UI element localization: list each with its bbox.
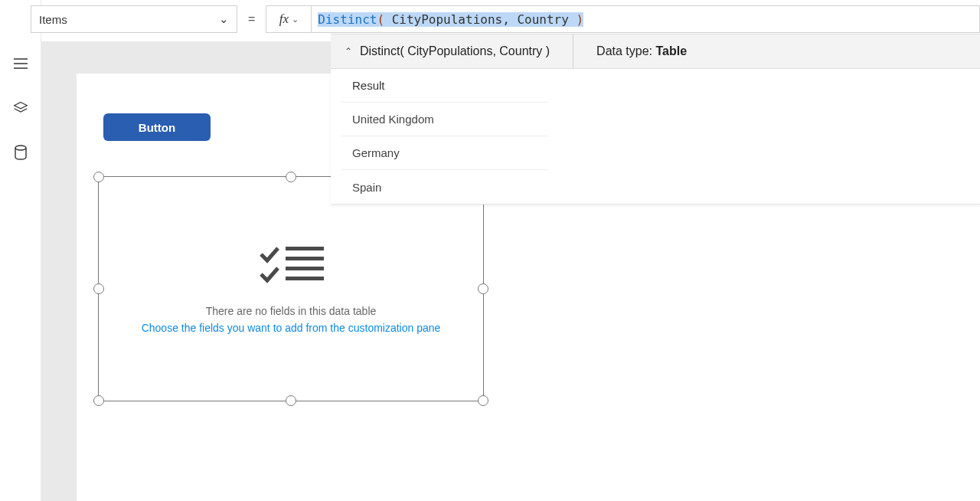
formula-token-comma: ,: [502, 12, 517, 27]
svg-marker-0: [14, 103, 27, 109]
data-icon[interactable]: [12, 144, 29, 161]
formula-token-arg: CityPopulations: [392, 12, 503, 27]
formula-result-bar: ⌃ Distinct( CityPopulations, Country ) D…: [331, 34, 980, 69]
result-row[interactable]: Germany: [341, 136, 548, 170]
left-rail: [0, 0, 41, 501]
result-header: Result: [341, 69, 548, 103]
fx-icon: fx: [279, 11, 289, 27]
svg-rect-5: [286, 277, 324, 280]
collapse-icon[interactable]: ⌃: [345, 46, 352, 57]
chevron-down-icon: ⌄: [219, 12, 229, 26]
result-row[interactable]: United Kingdom: [341, 103, 548, 136]
formula-token-arg: Country: [517, 12, 576, 27]
equals-sign: =: [248, 12, 255, 26]
formula-result-list: Result United Kingdom Germany Spain: [331, 69, 980, 205]
fx-button[interactable]: fx ⌄: [266, 5, 312, 33]
data-type-label: Data type: Table: [596, 44, 687, 58]
data-table-placeholder: There are no fields in this data table C…: [99, 177, 483, 401]
hamburger-icon[interactable]: [12, 55, 29, 72]
svg-point-1: [15, 146, 26, 150]
formula-token-paren: ): [577, 12, 584, 27]
formula-token-paren: (: [377, 12, 391, 27]
formula-bar: Items ⌄ = fx ⌄ Distinct( CityPopulations…: [31, 5, 980, 34]
data-table-control[interactable]: There are no fields in this data table C…: [98, 176, 484, 401]
data-table-hint-link[interactable]: Choose the fields you want to add from t…: [142, 322, 441, 334]
data-type-value: Table: [655, 44, 687, 57]
formula-input[interactable]: Distinct( CityPopulations, Country ): [312, 5, 980, 33]
formula-token-func: Distinct: [318, 12, 377, 27]
result-row[interactable]: Spain: [341, 170, 548, 204]
formula-signature: Distinct( CityPopulations, Country ): [360, 34, 573, 68]
svg-rect-4: [286, 267, 324, 270]
svg-rect-2: [286, 247, 324, 250]
property-dropdown[interactable]: Items ⌄: [31, 5, 237, 33]
button-control[interactable]: Button: [103, 113, 211, 141]
tree-view-icon[interactable]: [12, 100, 29, 116]
chevron-down-icon: ⌄: [292, 15, 299, 25]
property-dropdown-value: Items: [39, 13, 67, 26]
svg-rect-3: [286, 257, 324, 260]
data-table-empty-msg: There are no fields in this data table: [206, 305, 377, 317]
checklist-icon: [256, 244, 325, 290]
data-type-prefix: Data type:: [596, 44, 655, 57]
